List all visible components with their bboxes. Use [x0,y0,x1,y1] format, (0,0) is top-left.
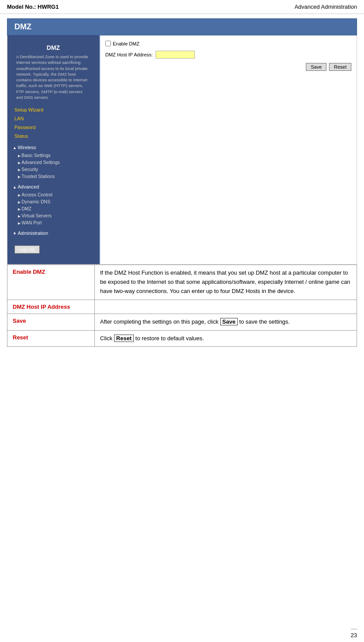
nav-advanced-settings[interactable]: Advanced Settings [7,159,99,166]
enable-dmz-checkbox[interactable] [105,41,111,46]
host-ip-input[interactable] [156,51,195,59]
save-button[interactable]: Save [306,63,326,71]
nav-status[interactable]: Status [7,132,99,140]
nav-access-control[interactable]: Access Control [7,191,99,198]
nav-basic-settings[interactable]: Basic Settings [7,152,99,159]
row-label-enable-dmz: Enable DMZ [7,265,95,300]
nav-setup-wizard[interactable]: Setup Wizard [7,105,99,114]
nav-security[interactable]: Security [7,166,99,173]
row-value-dmz-host-ip [95,300,357,314]
row-label-reset: Reset [7,330,95,347]
save-inline-btn: Save [220,318,238,325]
logout-button[interactable]: Log Out [14,245,40,254]
section-title: Advanced Administration [295,3,357,10]
row-value-save: After completing the settings on this pa… [95,314,357,330]
enable-dmz-label: Enable DMZ [113,41,139,46]
description-table: Enable DMZ If the DMZ Host Function is e… [7,265,357,347]
router-sidebar: DMZ A Demilitarized Zone is used to prov… [7,35,99,264]
reset-inline-btn: Reset [114,335,134,342]
model-number: Model No.: HWRG1 [7,3,59,10]
sidebar-nav: Setup Wizard LAN Password Status Wireles… [7,104,99,259]
row-label-save: Save [7,314,95,330]
host-ip-label: DMZ Host IP Address: [105,52,153,57]
page-header: Model No.: HWRG1 Advanced Administration [0,0,364,14]
nav-dmz[interactable]: DMZ [7,205,99,212]
page-number: 23 [351,632,357,639]
nav-advanced-header[interactable]: Advanced [7,182,99,191]
page-footer: 23 [351,629,357,639]
row-value-enable-dmz: If the DMZ Host Function is enabled, it … [95,265,357,300]
dmz-title: DMZ [14,22,31,31]
panel-title: DMZ [13,41,94,54]
table-row: Enable DMZ If the DMZ Host Function is e… [7,265,357,300]
nav-wireless-header[interactable]: Wireless [7,143,99,152]
nav-trusted-stations[interactable]: Trusted Stations [7,173,99,180]
enable-dmz-row: Enable DMZ [105,41,351,46]
reset-button[interactable]: Reset [329,63,351,71]
nav-dynamic-dns[interactable]: Dynamic DNS [7,198,99,205]
row-label-dmz-host-ip: DMZ Host IP Address [7,300,95,314]
nav-lan[interactable]: LAN [7,114,99,123]
nav-administration-header[interactable]: Administration [7,229,99,237]
table-row: DMZ Host IP Address [7,300,357,314]
router-right-panel: Enable DMZ DMZ Host IP Address: Save Res… [99,35,357,264]
nav-wan-port[interactable]: WAN Port [7,219,99,226]
nav-password[interactable]: Password [7,123,99,132]
table-row: Reset Click Reset to restore to default … [7,330,357,347]
main-content: DMZ A Demilitarized Zone is used to prov… [7,35,357,265]
row-value-reset: Click Reset to restore to default values… [95,330,357,347]
dmz-title-bar: DMZ [7,18,357,35]
table-row: Save After completing the settings on th… [7,314,357,330]
button-row: Save Reset [105,63,351,71]
host-ip-row: DMZ Host IP Address: [105,51,351,59]
nav-virtual-servers[interactable]: Virtual Servers [7,212,99,219]
dmz-description: A Demilitarized Zone is used to provide … [13,54,94,104]
